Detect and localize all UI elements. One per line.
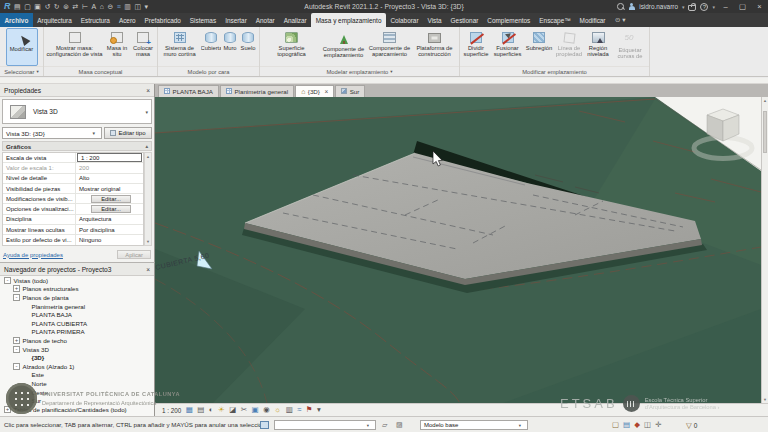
minimize-button[interactable]: – <box>719 2 732 11</box>
help-icon[interactable]: ? <box>700 3 708 11</box>
ribbon-button-colocar-masa[interactable]: Colocar masa <box>130 28 157 66</box>
properties-help-link[interactable]: Ayuda de propiedades <box>3 252 63 258</box>
ribbon-tab-analizar[interactable]: Analizar <box>279 13 311 27</box>
tree-item-planos-estructurales[interactable]: +Planos estructurales <box>0 285 154 294</box>
ribbon-display-toggle-icon[interactable]: ⊙ ▾ <box>610 13 631 27</box>
tree-item-planta-cubierta[interactable]: PLANTA CUBIERTA <box>0 319 154 328</box>
tree-item-sur[interactable]: Sur <box>0 396 154 405</box>
ribbon-panel-label-masa-conceptual[interactable]: Masa conceptual <box>44 66 157 76</box>
tree-item-planos-de-techo[interactable]: +Planos de techo <box>0 336 154 345</box>
ribbon-button-muro[interactable]: Muro <box>222 28 239 66</box>
signed-in-user[interactable]: isidro.navarro <box>639 3 678 10</box>
ribbon-button-modificar[interactable]: Modificar <box>6 28 38 66</box>
measure-icon[interactable]: ⇄ <box>73 2 79 11</box>
property-row-modificaciones-de-visib[interactable]: Modificaciones de visib...Editar... <box>3 194 143 204</box>
properties-scrollbar[interactable]: ▲ ▼ <box>144 152 152 246</box>
ribbon-button-subregion[interactable]: Subregión <box>524 28 554 66</box>
app-store-icon[interactable] <box>688 5 696 11</box>
ribbon-tab-acero[interactable]: Acero <box>114 13 140 27</box>
view-tab-3d[interactable]: ⌂{3D}× <box>295 85 334 98</box>
view-tab-close-icon[interactable]: × <box>324 88 328 95</box>
ribbon-panel-label-seleccionar[interactable]: Seleccionar▾ <box>0 66 43 76</box>
search-icon[interactable] <box>617 3 624 10</box>
ribbon-panel-label-modificar-emplazamiento[interactable]: Modificar emplazamiento <box>460 66 649 76</box>
worksets-icon[interactable] <box>260 421 269 429</box>
temporary-view-properties-icon[interactable]: ▥ <box>286 405 293 415</box>
highlight-displacement-sets-icon[interactable]: ⚑ <box>306 405 313 415</box>
more-view-controls-icon[interactable]: ▾ <box>317 405 321 415</box>
redo-icon[interactable]: ↻ <box>54 2 60 11</box>
tree-item-alzados-alzado-1[interactable]: -Alzados (Alzado 1) <box>0 362 154 371</box>
help-menu-chevron-icon[interactable]: ▾ <box>712 4 715 10</box>
viewport-scroll-down-icon[interactable]: ▼ <box>763 397 767 402</box>
ribbon-tab-enscape[interactable]: Enscape™ <box>535 13 575 27</box>
property-row-estilo-por-defecto-de-vi[interactable]: Estilo por defecto de vi...Ninguno <box>3 235 143 245</box>
section-graphics[interactable]: Gráficos ▴ <box>2 141 152 151</box>
ribbon-button-suelo[interactable]: Suelo <box>239 28 258 66</box>
ribbon-tab-complementos[interactable]: Complementos <box>483 13 535 27</box>
default-3d-view-icon[interactable]: ⌂ <box>100 2 104 11</box>
design-options-dropdown[interactable]: Modelo base ▾ <box>420 420 528 430</box>
reveal-hidden-elements-icon[interactable]: ☼ <box>274 405 281 415</box>
close-button[interactable]: × <box>753 2 766 11</box>
property-row-visibilidad-de-piezas[interactable]: Visibilidad de piezasMostrar original <box>3 184 143 194</box>
instance-selector[interactable]: Vista 3D: {3D} ▾ <box>2 127 102 139</box>
view-tab-sur[interactable]: Sur <box>335 85 365 98</box>
customize-qat-icon[interactable]: ▾ <box>145 2 149 11</box>
view-tab-planimetria-general[interactable]: Planimetría general <box>220 85 294 98</box>
ribbon-button-mostrar-masa-configuracion-de-vista[interactable]: Mostrar masa: configuración de vista <box>45 28 105 66</box>
temporary-hide-isolate-icon[interactable]: ◉ <box>263 405 270 415</box>
ribbon-tab-prefabricado[interactable]: Prefabricado <box>140 13 185 27</box>
tree-expander-icon[interactable]: - <box>13 363 20 370</box>
detail-level-icon[interactable]: ▤ <box>197 405 204 415</box>
show-analytical-model-icon[interactable]: ≈ <box>297 405 301 415</box>
viewport-canvas[interactable]: CUBIERTA 5,60 <box>155 97 761 403</box>
show-crop-region-icon[interactable]: ▣ <box>252 405 259 415</box>
ribbon-tab-estructura[interactable]: Estructura <box>76 13 114 27</box>
user-avatar-icon[interactable] <box>628 3 635 10</box>
tree-item-planta-baja[interactable]: PLANTA BAJA <box>0 310 154 319</box>
properties-close-icon[interactable]: × <box>146 87 150 94</box>
ribbon-button-fusionar-superficies[interactable]: Fusionar superficies <box>491 28 524 66</box>
tree-item-vistas-3d[interactable]: -Vistas 3D <box>0 345 154 354</box>
ribbon-panel-label-modelo-por-cara[interactable]: Modelo por cara <box>158 66 259 76</box>
edit-type-button[interactable]: Editar tipo <box>104 127 152 139</box>
tree-expander-icon[interactable]: - <box>13 346 20 353</box>
editable-only-icon[interactable]: ▱ <box>382 421 387 429</box>
ribbon-tab-gestionar[interactable]: Gestionar <box>446 13 483 27</box>
print-icon[interactable]: ⊜ <box>63 2 69 11</box>
show-rendering-dialog-icon[interactable]: ▦ <box>186 405 193 415</box>
panel-dropdown-icon[interactable]: ▾ <box>37 69 39 74</box>
ribbon-tab-insertar[interactable]: Insertar <box>221 13 252 27</box>
sun-path-icon[interactable]: ☀ <box>218 405 225 415</box>
worksharing-display-icon[interactable]: ▨ <box>396 421 403 429</box>
edit-button[interactable]: Editar... <box>91 195 131 203</box>
tree-item-planimetria-general[interactable]: Planimetría general <box>0 302 154 311</box>
revit-logo-icon[interactable]: R <box>4 2 11 11</box>
tree-expander-icon[interactable]: + <box>13 285 20 292</box>
tree-item-vistas-todo[interactable]: -Vistas (todo) <box>0 276 154 285</box>
tree-item-este[interactable]: Este <box>0 371 154 380</box>
ribbon-button-plataforma-de-construccion[interactable]: Plataforma de construcción <box>413 28 457 66</box>
viewport-scroll-thumb[interactable] <box>763 111 767 153</box>
tree-expander-icon[interactable]: + <box>4 406 11 413</box>
worksets-dropdown[interactable]: ▾ <box>274 420 376 430</box>
panel-dropdown-icon[interactable]: ▾ <box>390 69 392 74</box>
scroll-up-icon[interactable]: ▲ <box>146 154 150 159</box>
viewport-scroll-up-icon[interactable]: ▲ <box>763 98 767 103</box>
apply-button[interactable]: Aplicar <box>117 250 151 259</box>
undo-icon[interactable]: ↺ <box>44 2 50 11</box>
property-row-opciones-de-visualizaci[interactable]: Opciones de visualizaci...Editar... <box>3 204 143 214</box>
property-row-mostrar-lineas-ocultas[interactable]: Mostrar líneas ocultasPor disciplina <box>3 225 143 235</box>
select-underlay-elements-icon[interactable]: ▤ <box>623 420 630 429</box>
view-scale-control[interactable]: 1 : 200 <box>162 407 181 414</box>
user-menu-chevron-icon[interactable]: ▾ <box>682 4 685 10</box>
tree-item-3d[interactable]: {3D} <box>0 353 154 362</box>
thin-lines-icon[interactable]: ≡ <box>117 2 121 11</box>
project-browser-close-icon[interactable]: × <box>146 266 150 273</box>
scroll-down-icon[interactable]: ▼ <box>146 239 150 244</box>
tree-item-planta-primera[interactable]: PLANTA PRIMERA <box>0 328 154 337</box>
property-row-valor-de-escala-1[interactable]: Valor de escala 1:200 <box>3 163 143 173</box>
ribbon-button-masa-in-situ[interactable]: Masa in situ <box>105 28 130 66</box>
viewport-scrollbar[interactable]: ▲ ▼ <box>761 97 768 403</box>
